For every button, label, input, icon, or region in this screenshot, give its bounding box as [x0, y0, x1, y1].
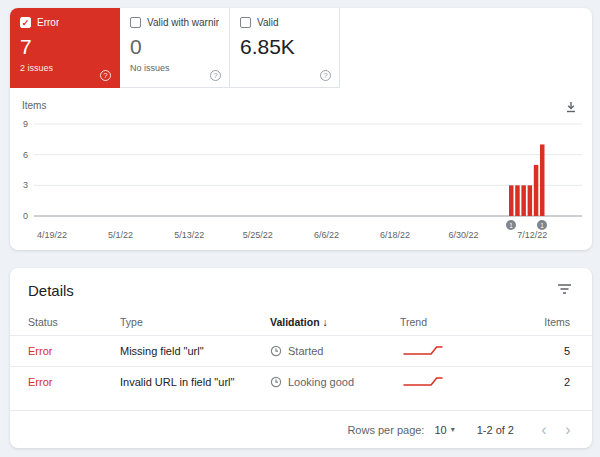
col-validation-sort[interactable]: Validation ↓ [270, 316, 400, 328]
col-trend: Trend [400, 316, 540, 328]
status-tiles: ✓ Error 7 2 issues ? Valid with warnin..… [10, 8, 340, 88]
help-icon[interactable]: ? [320, 70, 331, 81]
valid-tile-label: Valid [257, 17, 279, 28]
clock-icon [270, 345, 282, 357]
rows-per-page-select[interactable]: 10 ▾ [434, 424, 454, 436]
error-tile-label: Error [37, 17, 59, 28]
svg-text:1: 1 [509, 222, 513, 229]
svg-text:6/6/22: 6/6/22 [314, 230, 339, 240]
pagination-range: 1-2 of 2 [477, 424, 514, 436]
warning-count: 0 [130, 35, 219, 59]
row-items-count: 5 [540, 345, 574, 357]
details-table-header: Status Type Validation ↓ Trend Items [10, 309, 592, 335]
coverage-summary-card: ✓ Error 7 2 issues ? Valid with warnin..… [10, 8, 592, 250]
svg-text:1: 1 [540, 222, 544, 229]
validation-state-label: Started [288, 345, 323, 357]
details-card: Details Status Type Validation ↓ Trend I… [10, 268, 592, 448]
validation-state-label: Looking good [288, 376, 354, 388]
svg-text:5/1/22: 5/1/22 [108, 230, 133, 240]
error-count: 7 [20, 35, 109, 59]
search-console-report: ✓ Error 7 2 issues ? Valid with warnin..… [0, 0, 600, 457]
warning-checkbox-icon[interactable] [130, 17, 141, 28]
help-icon[interactable]: ? [100, 70, 111, 81]
svg-text:7/12/22: 7/12/22 [517, 230, 547, 240]
valid-count: 6.85K [240, 35, 329, 59]
row-status: Error [28, 345, 120, 357]
col-items: Items [540, 316, 574, 328]
tile-valid-with-warning[interactable]: Valid with warnin... 0 No issues ? [120, 8, 230, 88]
svg-text:5/25/22: 5/25/22 [243, 230, 273, 240]
svg-text:6/18/22: 6/18/22 [380, 230, 410, 240]
previous-page-button[interactable]: ‹ [532, 418, 556, 442]
sort-descending-icon: ↓ [323, 316, 328, 328]
row-trend [400, 374, 540, 390]
row-status: Error [28, 376, 120, 388]
tile-valid[interactable]: Valid 6.85K ? [230, 8, 340, 88]
svg-text:3: 3 [23, 180, 28, 190]
details-title: Details [28, 282, 74, 299]
svg-text:6: 6 [23, 150, 28, 160]
row-trend [400, 343, 540, 359]
row-type: Missing field "url" [120, 345, 270, 357]
svg-text:4/19/22: 4/19/22 [37, 230, 67, 240]
svg-text:5/13/22: 5/13/22 [174, 230, 204, 240]
help-icon[interactable]: ? [210, 70, 221, 81]
col-status: Status [28, 316, 120, 328]
row-validation: Looking good [270, 376, 400, 388]
svg-text:6/30/22: 6/30/22 [449, 230, 479, 240]
filter-icon[interactable] [555, 281, 574, 300]
rows-per-page-value: 10 [434, 424, 446, 436]
chevron-down-icon: ▾ [451, 425, 455, 434]
tile-error[interactable]: ✓ Error 7 2 issues ? [10, 8, 120, 88]
trend-sparkline [400, 343, 446, 357]
table-row[interactable]: Error Invalid URL in field "url" Looking… [10, 366, 592, 397]
warning-subtitle: No issues [130, 63, 219, 73]
row-items-count: 2 [540, 376, 574, 388]
error-subtitle: 2 issues [20, 63, 109, 73]
table-row[interactable]: Error Missing field "url" Started 5 [10, 335, 592, 366]
clock-icon [270, 376, 282, 388]
row-validation: Started [270, 345, 400, 357]
table-pagination: Rows per page: 10 ▾ 1-2 of 2 ‹ › [10, 410, 592, 448]
items-bar-chart[interactable]: 03694/19/225/1/225/13/225/25/226/6/226/1… [10, 112, 592, 250]
details-table-body: Error Missing field "url" Started 5 Erro… [10, 335, 592, 397]
next-page-button[interactable]: › [556, 418, 580, 442]
svg-text:9: 9 [23, 119, 28, 129]
col-validation-label: Validation [270, 316, 320, 328]
svg-text:0: 0 [23, 211, 28, 221]
rows-per-page-label: Rows per page: [347, 424, 424, 436]
col-type: Type [120, 316, 270, 328]
chart-y-axis-title: Items [22, 100, 46, 111]
row-type: Invalid URL in field "url" [120, 376, 270, 388]
warning-tile-label: Valid with warnin... [147, 17, 219, 28]
valid-checkbox-icon[interactable] [240, 17, 251, 28]
trend-sparkline [400, 374, 446, 388]
error-checkbox-icon[interactable]: ✓ [20, 17, 31, 28]
